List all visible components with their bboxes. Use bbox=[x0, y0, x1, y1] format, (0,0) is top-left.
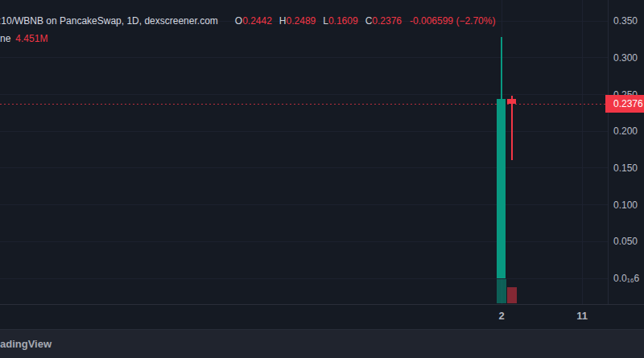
volume-value: 4.451M bbox=[15, 33, 47, 44]
low-label: L bbox=[323, 15, 328, 27]
y-axis-label: 0.300 bbox=[613, 52, 638, 64]
close-value: 0.2376 bbox=[372, 15, 402, 27]
y-axis-label: 0.350 bbox=[613, 15, 638, 27]
h-gridline bbox=[0, 241, 608, 242]
volume-label-partial: ne bbox=[0, 33, 10, 44]
volume-legend: ne4.451M bbox=[0, 33, 47, 44]
open-label: O bbox=[235, 15, 242, 27]
volume-bar-down bbox=[507, 287, 517, 303]
current-price-badge: 0.2376 bbox=[605, 95, 644, 113]
price-chart-pane[interactable] bbox=[0, 0, 644, 304]
low-value: 0.1609 bbox=[328, 15, 358, 27]
volume-bar-up bbox=[497, 279, 506, 303]
current-price-line bbox=[0, 104, 605, 105]
h-gridline bbox=[0, 131, 608, 132]
close-label: C bbox=[365, 15, 373, 27]
x-axis-label: 2 bbox=[498, 310, 504, 322]
candle-body-up bbox=[497, 99, 506, 278]
y-axis-label: 0.150 bbox=[613, 163, 638, 174]
y-axis-label: 0.0₁₆6 bbox=[613, 273, 639, 284]
h-gridline bbox=[0, 167, 608, 168]
candle-body-down bbox=[507, 99, 516, 104]
candle-wick-down bbox=[511, 96, 513, 160]
y-axis-label: 0.050 bbox=[613, 236, 638, 247]
chart-legend: :10/WBNB on PancakeSwap, 1D, dexscreener… bbox=[0, 15, 495, 27]
h-gridline bbox=[0, 94, 608, 95]
time-axis-separator bbox=[0, 304, 644, 305]
chart-window: 0.3500.3000.2500.2000.1500.1000.0500.0₁₆… bbox=[0, 0, 644, 358]
h-gridline bbox=[0, 278, 608, 279]
v-gridline bbox=[582, 0, 583, 304]
price-axis-border bbox=[608, 0, 609, 304]
high-value: 0.2489 bbox=[287, 15, 316, 27]
current-price-value: 0.2376 bbox=[613, 98, 643, 109]
pair-title: :10/WBNB on PancakeSwap, 1D, dexscreener… bbox=[0, 15, 218, 27]
h-gridline bbox=[0, 57, 608, 58]
open-value: 0.2442 bbox=[242, 15, 272, 27]
x-axis-label: 11 bbox=[576, 310, 588, 322]
tradingview-attribution[interactable]: adingView bbox=[0, 330, 52, 358]
change-value: -0.006599 (−2.70%) bbox=[410, 15, 495, 27]
y-axis-label: 0.200 bbox=[613, 126, 638, 137]
y-axis-label: 0.100 bbox=[613, 200, 638, 211]
h-gridline bbox=[0, 204, 608, 205]
bottom-bar: adingView bbox=[0, 329, 644, 358]
high-label: H bbox=[279, 15, 287, 27]
